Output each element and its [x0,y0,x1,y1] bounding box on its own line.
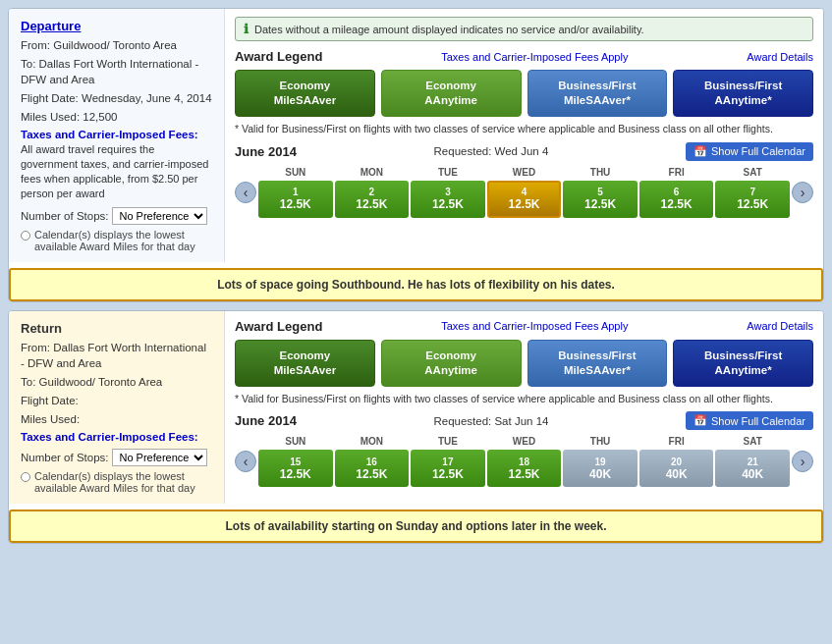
departure-cal-cell-7[interactable]: 712.5K [715,181,790,218]
departure-flight-date: Flight Date: Wednesday, June 4, 2014 [21,90,212,106]
return-taxes-label: Taxes and Carrier-Imposed Fees: [21,431,212,443]
day-header-tue: TUE [411,167,485,178]
return-day-header-sat: SAT [715,436,790,447]
return-day-header-sun: SUN [258,436,333,447]
return-cal-grid: ‹ SUN MON TUE WED THU FRI SAT 1512.5K161 [235,436,813,487]
return-day-header-mon: MON [335,436,410,447]
return-economy-milesaaver-btn[interactable]: EconomyMileSAAver [235,340,375,387]
departure-cal-cell-1[interactable]: 112.5K [258,181,333,218]
departure-stops-select[interactable]: No Preference Nonstop 1 Stop [112,207,207,225]
return-day-header-thu: THU [563,436,638,447]
return-miles-used: Miles Used: [21,411,212,427]
departure-right-content: ℹ Dates without a mileage amount display… [225,9,823,262]
departure-from: From: Guildwood/ Toronto Area [21,37,212,53]
departure-cal-cell-3[interactable]: 312.5K [411,181,485,218]
departure-sidebar: Departure From: Guildwood/ Toronto Area … [9,9,225,262]
return-day-headers: SUN MON TUE WED THU FRI SAT [258,436,790,447]
departure-stops-row: Number of Stops: No Preference Nonstop 1… [21,207,212,225]
return-stops-label: Number of Stops: [21,452,108,463]
economy-aanytime-btn[interactable]: EconomyAAnytime [381,70,522,117]
departure-cal-cells: 112.5K212.5K312.5K412.5K512.5K612.5K712.… [258,181,790,218]
return-cal-cells: 1512.5K1612.5K1712.5K1812.5K1940K2040K21… [258,450,790,487]
return-message-bar: Lots of availability starting on Sunday … [9,510,823,543]
departure-to: To: Dallas Fort Worth International - DF… [21,56,212,87]
calendar-icon: 📅 [693,145,707,158]
award-details-link[interactable]: Award Details [747,51,813,63]
departure-taxes-text: All award travel requires the government… [21,142,212,200]
departure-section: Departure From: Guildwood/ Toronto Area … [8,8,824,302]
return-award-details-link[interactable]: Award Details [747,320,813,332]
return-day-header-fri: FRI [639,436,714,447]
day-header-wed: WED [487,167,562,178]
taxes-fees-link[interactable]: Taxes and Carrier-Imposed Fees Apply [441,51,628,63]
return-cal-cell-20[interactable]: 2040K [639,450,714,487]
day-header-sun: SUN [258,167,333,178]
return-cal-cell-16[interactable]: 1612.5K [335,450,410,487]
day-header-fri: FRI [639,167,714,178]
day-header-sat: SAT [715,167,790,178]
return-right-content: Award Legend Taxes and Carrier-Imposed F… [225,311,823,504]
departure-taxes-label: Taxes and Carrier-Imposed Fees: [21,129,212,140]
return-day-header-wed: WED [487,436,562,447]
return-cal-days: SUN MON TUE WED THU FRI SAT 1512.5K1612.… [258,436,790,487]
return-cal-prev[interactable]: ‹ [235,451,256,472]
return-business-milesaaver-btn[interactable]: Business/FirstMileSAAver* [527,340,668,387]
departure-stops-label: Number of Stops: [21,210,108,222]
info-icon: ℹ [244,22,249,36]
departure-cal-grid: ‹ SUN MON TUE WED THU FRI SAT 112.5K212. [235,167,813,218]
return-section: Return From: Dallas Fort Worth Internati… [8,310,824,544]
return-to: To: Guildwood/ Toronto Area [21,374,212,390]
departure-cal-header: June 2014 Requested: Wed Jun 4 📅 Show Fu… [235,142,813,161]
return-cal-next[interactable]: › [792,451,813,472]
departure-show-cal-btn[interactable]: 📅 Show Full Calendar [686,142,813,161]
return-show-cal-btn[interactable]: 📅 Show Full Calendar [686,411,813,430]
return-cal-cell-17[interactable]: 1712.5K [411,450,485,487]
day-header-thu: THU [563,167,638,178]
return-sidebar: Return From: Dallas Fort Worth Internati… [9,311,225,504]
return-cal-cell-19[interactable]: 1940K [563,450,638,487]
business-milesaaver-btn[interactable]: Business/FirstMileSAAver* [527,70,668,117]
departure-cal-next[interactable]: › [792,182,813,203]
calendar-note-radio [21,231,30,241]
day-header-mon: MON [335,167,410,178]
return-taxes-fees-link[interactable]: Taxes and Carrier-Imposed Fees Apply [441,320,628,332]
return-flight-date: Flight Date: [21,393,212,408]
departure-cal-cell-2[interactable]: 212.5K [335,181,410,218]
departure-cal-days: SUN MON TUE WED THU FRI SAT 112.5K212.5K… [258,167,790,218]
departure-day-headers: SUN MON TUE WED THU FRI SAT [258,167,790,178]
return-stops-row: Number of Stops: No Preference Nonstop 1… [21,449,212,466]
departure-info-bar: ℹ Dates without a mileage amount display… [235,17,813,41]
award-legend-header: Award Legend Taxes and Carrier-Imposed F… [235,49,813,64]
business-aanytime-btn[interactable]: Business/FirstAAnytime* [673,70,813,117]
award-legend-title: Award Legend [235,49,322,64]
departure-cal-requested: Requested: Wed Jun 4 [434,145,549,157]
return-calendar-note-radio [21,472,30,482]
return-economy-aanytime-btn[interactable]: EconomyAAnytime [381,340,522,387]
return-day-header-tue: TUE [411,436,485,447]
return-cal-month: June 2014 [235,413,297,428]
return-from: From: Dallas Fort Worth International - … [21,340,212,371]
return-cal-cell-18[interactable]: 1812.5K [487,450,562,487]
departure-cal-cell-6[interactable]: 612.5K [639,181,714,218]
return-legend-grid: EconomyMileSAAver EconomyAAnytime Busine… [235,340,813,387]
return-business-aanytime-btn[interactable]: Business/FirstAAnytime* [673,340,813,387]
return-cal-header: June 2014 Requested: Sat Jun 14 📅 Show F… [235,411,813,430]
return-legend-title: Award Legend [235,319,322,334]
economy-milesaaver-btn[interactable]: EconomyMileSAAver [235,70,375,117]
departure-miles-used: Miles Used: 12,500 [21,109,212,125]
departure-cal-cell-5[interactable]: 512.5K [563,181,638,218]
departure-legend-grid: EconomyMileSAAver EconomyAAnytime Busine… [235,70,813,117]
return-legend-header: Award Legend Taxes and Carrier-Imposed F… [235,319,813,334]
departure-cal-prev[interactable]: ‹ [235,182,256,203]
return-cal-cell-21[interactable]: 2140K [715,450,790,487]
departure-footnote: * Valid for Business/First on flights wi… [235,123,813,136]
return-title: Return [21,321,212,336]
return-cal-cell-15[interactable]: 1512.5K [258,450,333,487]
departure-cal-month: June 2014 [235,144,297,159]
departure-title[interactable]: Departure [21,19,212,33]
departure-cal-cell-4[interactable]: 412.5K [487,181,562,218]
return-stops-select[interactable]: No Preference Nonstop 1 Stop [112,449,207,466]
return-calendar-icon: 📅 [693,414,707,427]
departure-message-bar: Lots of space going Southbound. He has l… [9,268,823,301]
departure-calendar-note: Calendar(s) displays the lowest availabl… [21,229,212,252]
